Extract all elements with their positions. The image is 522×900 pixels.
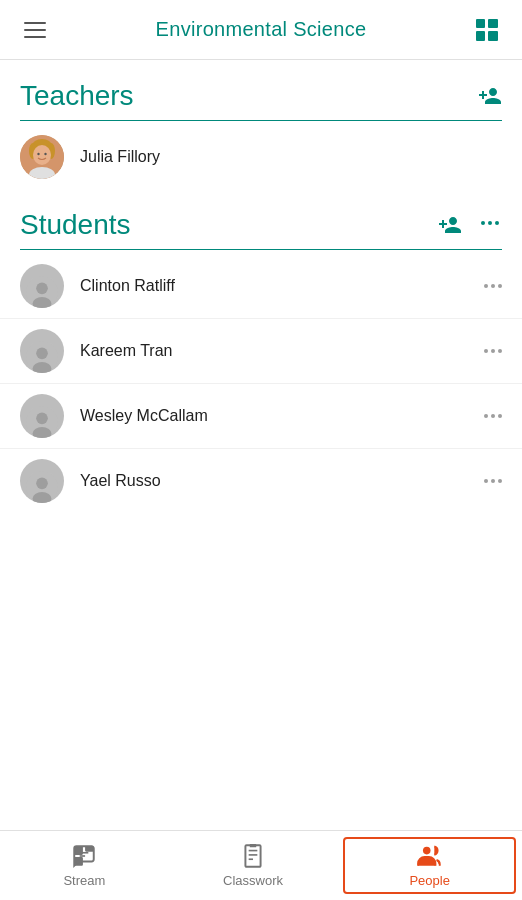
svg-point-6 [44, 153, 46, 155]
teachers-section: Teachers [0, 60, 522, 189]
classwork-icon [240, 843, 266, 869]
grid-view-button[interactable] [468, 11, 506, 49]
svg-point-18 [36, 413, 48, 425]
svg-rect-28 [245, 845, 260, 867]
svg-point-9 [488, 221, 492, 225]
stream-icon [71, 843, 97, 869]
svg-point-21 [36, 478, 48, 490]
people-label: People [409, 873, 449, 888]
teachers-actions [478, 84, 502, 108]
app-header: Environmental Science [0, 0, 522, 60]
svg-rect-32 [250, 844, 257, 847]
svg-point-15 [36, 348, 48, 360]
add-teacher-button[interactable] [478, 84, 502, 108]
student-name: Kareem Tran [80, 342, 484, 360]
student-more-button[interactable] [484, 414, 502, 418]
teacher-item: Julia Fillory [0, 125, 522, 189]
teachers-divider [20, 120, 502, 121]
stream-label: Stream [63, 873, 105, 888]
student-name: Clinton Ratliff [80, 277, 484, 295]
students-more-button[interactable] [478, 211, 502, 240]
students-actions [438, 211, 502, 240]
svg-point-4 [33, 145, 51, 165]
student-item: Clinton Ratliff [0, 254, 522, 319]
students-section-title: Students [20, 209, 131, 241]
avatar [20, 264, 64, 308]
svg-point-10 [495, 221, 499, 225]
avatar [20, 394, 64, 438]
avatar [20, 329, 64, 373]
menu-button[interactable] [16, 14, 54, 46]
nav-classwork[interactable]: Classwork [169, 831, 338, 900]
student-more-button[interactable] [484, 479, 502, 483]
nav-people[interactable]: People [343, 837, 516, 894]
student-name: Yael Russo [80, 472, 484, 490]
svg-point-8 [481, 221, 485, 225]
avatar [20, 459, 64, 503]
student-more-button[interactable] [484, 284, 502, 288]
students-divider [20, 249, 502, 250]
add-student-button[interactable] [438, 213, 462, 237]
student-more-button[interactable] [484, 349, 502, 353]
classwork-label: Classwork [223, 873, 283, 888]
main-content: Teachers [0, 60, 522, 830]
avatar [20, 135, 64, 179]
svg-point-5 [37, 153, 39, 155]
bottom-navigation: Stream Classwork People [0, 830, 522, 900]
page-title: Environmental Science [156, 18, 367, 41]
student-item: Kareem Tran [0, 319, 522, 384]
svg-point-12 [36, 283, 48, 295]
students-section-header: Students [0, 189, 522, 249]
student-item: Wesley McCallam [0, 384, 522, 449]
teachers-section-header: Teachers [0, 60, 522, 120]
grid-icon [476, 19, 498, 41]
svg-point-33 [423, 847, 431, 855]
teachers-section-title: Teachers [20, 80, 134, 112]
teacher-name: Julia Fillory [80, 148, 502, 166]
student-name: Wesley McCallam [80, 407, 484, 425]
nav-stream[interactable]: Stream [0, 831, 169, 900]
student-item: Yael Russo [0, 449, 522, 513]
students-section: Students [0, 189, 522, 513]
people-icon [417, 843, 443, 869]
